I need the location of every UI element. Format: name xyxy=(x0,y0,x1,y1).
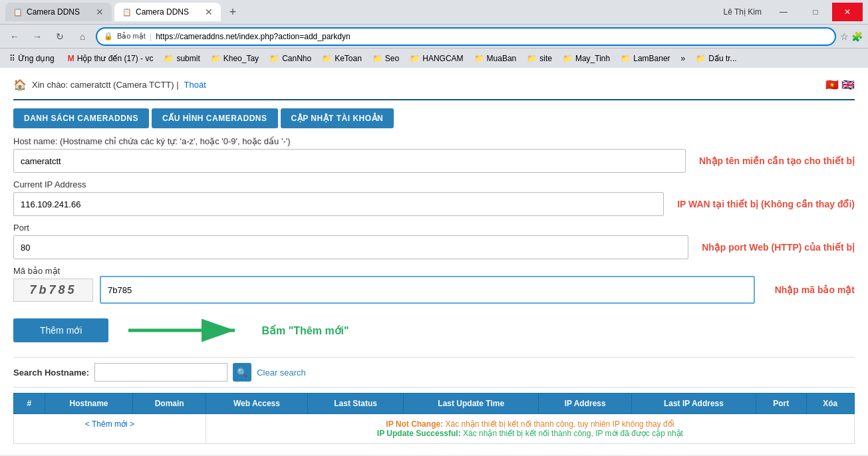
bookmark-seo[interactable]: 📁 Seo xyxy=(368,53,403,64)
bookmark-more[interactable]: » xyxy=(677,53,690,64)
close-button[interactable]: ✕ xyxy=(832,3,863,21)
folder-icon-7: 📁 xyxy=(474,54,484,63)
tab-2[interactable]: 📋 Camera DDNS ✕ xyxy=(114,3,221,21)
submit-button[interactable]: Thêm mới xyxy=(13,318,108,342)
bookmark-hangcam[interactable]: 📁 HANGCAM xyxy=(406,53,467,64)
clear-search-link[interactable]: Clear search xyxy=(257,368,306,378)
bookmark-star[interactable]: ☆ xyxy=(840,31,849,42)
tab-1[interactable]: 📋 Camera DDNS ✕ xyxy=(5,3,112,21)
tab-1-close[interactable]: ✕ xyxy=(96,7,104,17)
hostname-input[interactable] xyxy=(13,149,686,173)
cannho-label: CanNho xyxy=(282,54,311,63)
hangcam-label: HANGCAM xyxy=(422,54,463,63)
apps-icon: ⠿ xyxy=(9,54,15,63)
folder-icon-11: 📁 xyxy=(696,54,706,63)
folder-icon-9: 📁 xyxy=(563,54,573,63)
col-ipaddress: IP Address xyxy=(539,394,632,414)
addressbar: ← → ↻ ⌂ 🔒 Bảo mật | https://cameraddns.n… xyxy=(0,24,868,48)
window-controls: Lê Thị Kim — □ ✕ xyxy=(724,3,863,21)
nav-buttons: DANH SÁCH CAMERADDNS CẤU HÌNH CAMERADDNS… xyxy=(13,108,855,128)
minimize-button[interactable]: — xyxy=(768,3,799,21)
folder-icon: 📁 xyxy=(164,54,174,63)
bookmark-submit[interactable]: 📁 submit xyxy=(160,53,204,64)
titlebar: 📋 Camera DDNS ✕ 📋 Camera DDNS ✕ + Lê Thị… xyxy=(0,0,868,24)
config-camera-button[interactable]: CẤU HÌNH CAMERADDNS xyxy=(152,108,278,128)
search-button[interactable]: 🔍 xyxy=(233,363,251,382)
page-header: 🏠 Xin chào: cameratctt (Camera TCTT) | T… xyxy=(13,78,855,100)
port-hint: Nhập port Web (HTTP) của thiết bị xyxy=(702,242,855,253)
arrow-label: Bấm "Thêm mới" xyxy=(261,324,349,337)
col-laststatus: Last Status xyxy=(307,394,403,414)
list-camera-button[interactable]: DANH SÁCH CAMERADDNS xyxy=(13,108,149,128)
data-table: # Hostname Domain Web Access Last Status… xyxy=(13,393,855,444)
bookmark-ketoan[interactable]: 📁 KeToan xyxy=(318,53,366,64)
add-new-cell: < Thêm mới > xyxy=(14,414,206,444)
search-row: Search Hostname: 🔍 Clear search xyxy=(13,357,855,388)
hostname-section: Host name: (Hostname chỉ chứa các ký tự:… xyxy=(13,136,855,173)
captcha-label: Mã bảo mật xyxy=(13,266,60,276)
bookmark-maytinh[interactable]: 📁 May_Tinh xyxy=(559,53,614,64)
table-header-row: # Hostname Domain Web Access Last Status… xyxy=(14,394,855,414)
bookmark-kheo[interactable]: 📁 Kheo_Tay xyxy=(207,53,263,64)
folder-icon-3: 📁 xyxy=(269,54,279,63)
forward-button[interactable]: → xyxy=(28,27,47,46)
captcha-row: 7b785 Nhập mã bảo mật xyxy=(13,276,855,304)
address-box[interactable]: 🔒 Bảo mật | https://cameraddns.net/index… xyxy=(96,27,836,46)
url-text[interactable]: https://cameraddns.net/index.php?action=… xyxy=(156,32,828,41)
ip-not-change-label: IP Not Change: Xác nhận thiết bị kết nối… xyxy=(386,419,674,429)
logout-link[interactable]: Thoát xyxy=(184,80,206,90)
arrow-annotation-svg xyxy=(122,316,248,345)
address-actions: ☆ 🧩 xyxy=(840,31,863,42)
bookmarks-bar: ⠿ Ứng dụng M Hộp thư đến (17) - vc 📁 sub… xyxy=(0,48,868,68)
search-input[interactable] xyxy=(94,363,227,382)
tab-1-label: Camera DDNS xyxy=(27,7,80,17)
legend-cell: IP Not Change: Xác nhận thiết bị kết nối… xyxy=(206,414,854,444)
en-flag[interactable]: 🇬🇧 xyxy=(841,78,855,91)
port-section: Port Nhập port Web (HTTP) của thiết bị xyxy=(13,223,855,259)
hostname-hint: Nhập tên miền cần tạo cho thiết bị xyxy=(699,156,855,166)
dautr-label: Dấu tr... xyxy=(708,54,736,63)
bookmark-site[interactable]: 📁 site xyxy=(523,53,556,64)
lambaner-label: LamBaner xyxy=(633,54,670,63)
ketoan-label: KeToan xyxy=(335,54,362,63)
captcha-input[interactable] xyxy=(100,276,755,304)
bookmark-muaban[interactable]: 📁 MuaBan xyxy=(470,53,521,64)
bookmark-cannho[interactable]: 📁 CanNho xyxy=(265,53,315,64)
bookmark-gmail[interactable]: M Hộp thư đến (17) - vc xyxy=(64,53,158,64)
col-domain: Domain xyxy=(133,394,206,414)
greeting-text: Xin chào: cameratctt (Camera TCTT) | xyxy=(32,80,179,90)
bookmark-apps[interactable]: ⠿ Ứng dụng xyxy=(5,53,59,64)
refresh-button[interactable]: ↻ xyxy=(51,27,69,46)
vn-flag[interactable]: 🇻🇳 xyxy=(825,78,839,91)
seo-label: Seo xyxy=(385,54,399,63)
gmail-icon: M xyxy=(68,54,74,63)
maximize-button[interactable]: □ xyxy=(800,3,831,21)
legend-ip-not-change: IP Not Change: Xác nhận thiết bị kết nối… xyxy=(213,419,847,429)
bookmark-dautr[interactable]: 📁 Dấu tr... xyxy=(692,53,740,64)
tab-2-close[interactable]: ✕ xyxy=(205,7,213,17)
language-flags: 🇻🇳 🇬🇧 xyxy=(825,78,855,91)
bookmark-lambaner[interactable]: 📁 LamBaner xyxy=(617,53,674,64)
home-button[interactable]: ⌂ xyxy=(73,27,92,46)
col-hostname: Hostname xyxy=(45,394,133,414)
folder-icon-8: 📁 xyxy=(527,54,537,63)
port-input[interactable] xyxy=(13,235,688,259)
col-webaccess: Web Access xyxy=(206,394,307,414)
col-port: Port xyxy=(756,394,806,414)
add-new-link[interactable]: < Thêm mới > xyxy=(85,419,134,429)
tab-2-label: Camera DDNS xyxy=(136,7,189,17)
update-account-button[interactable]: CẬP NHẬT TÀI KHOẢN xyxy=(281,108,394,128)
captcha-hint: Nhập mã bảo mật xyxy=(775,285,855,295)
ip-input[interactable] xyxy=(13,192,664,216)
port-row: Nhập port Web (HTTP) của thiết bị xyxy=(13,235,855,259)
hostname-row: Nhập tên miền cần tạo cho thiết bị xyxy=(13,149,855,173)
lock-icon: 🔒 xyxy=(104,32,113,41)
new-tab-button[interactable]: + xyxy=(223,3,242,21)
security-label: Bảo mật xyxy=(117,32,146,41)
extensions-btn[interactable]: 🧩 xyxy=(851,31,863,42)
back-button[interactable]: ← xyxy=(5,27,24,46)
folder-icon-10: 📁 xyxy=(621,54,631,63)
home-page-icon: 🏠 xyxy=(13,78,27,91)
more-icon: » xyxy=(681,54,686,63)
search-label: Search Hostname: xyxy=(13,368,89,378)
